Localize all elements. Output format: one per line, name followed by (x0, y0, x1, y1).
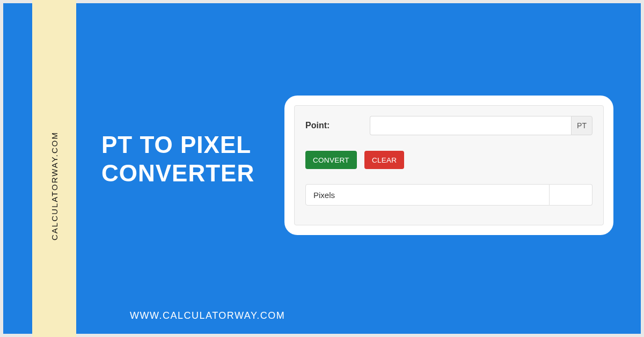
convert-button[interactable]: CONVERT (305, 151, 357, 169)
page-title-line1: PT TO PIXEL (101, 131, 254, 159)
row-point: Point: PT (305, 115, 592, 136)
point-unit-addon: PT (571, 116, 592, 135)
converter-form: Point: PT CONVERT CLEAR Pixels (294, 105, 604, 225)
page-title: PT TO PIXEL CONVERTER (101, 131, 254, 188)
page-title-line2: CONVERTER (101, 159, 254, 188)
page-canvas: CALCULATORWAY.COM PT TO PIXEL CONVERTER … (3, 3, 641, 334)
point-label: Point: (305, 121, 335, 130)
result-value (550, 184, 592, 206)
row-buttons: CONVERT CLEAR (305, 151, 592, 169)
brand-stripe: CALCULATORWAY.COM (32, 0, 76, 337)
result-label: Pixels (305, 184, 550, 206)
point-input-group: PT (370, 116, 592, 135)
point-input[interactable] (370, 116, 571, 135)
converter-panel: Point: PT CONVERT CLEAR Pixels (284, 96, 613, 235)
clear-button[interactable]: CLEAR (364, 151, 405, 169)
row-result: Pixels (305, 184, 592, 206)
footer-url: WWW.CALCULATORWAY.COM (130, 310, 285, 321)
brand-vertical-text: CALCULATORWAY.COM (50, 131, 59, 240)
